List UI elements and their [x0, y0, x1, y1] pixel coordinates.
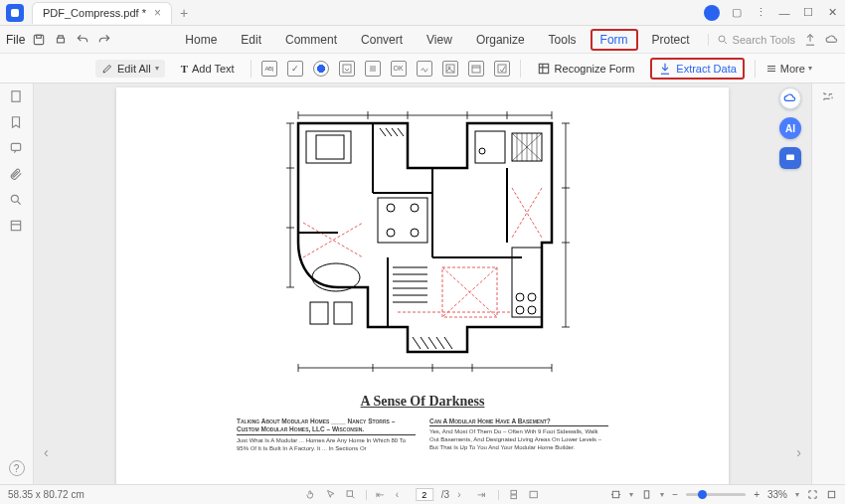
- button-field-icon[interactable]: OK: [391, 61, 407, 77]
- fields-panel-icon[interactable]: [9, 219, 25, 235]
- svg-point-18: [411, 204, 419, 212]
- more-button[interactable]: More ▾: [765, 63, 812, 75]
- ai-tool-icon[interactable]: AI: [779, 117, 801, 139]
- actual-size-icon[interactable]: [826, 489, 837, 500]
- edit-all-button[interactable]: Edit All ▾: [95, 60, 165, 78]
- attachments-icon[interactable]: [9, 167, 25, 183]
- svg-rect-24: [475, 131, 505, 163]
- date-field-icon[interactable]: [468, 61, 484, 77]
- svg-rect-38: [613, 491, 619, 497]
- menu-comment[interactable]: Comment: [275, 29, 347, 51]
- help-icon[interactable]: ?: [9, 460, 25, 476]
- window-maximize-icon[interactable]: ☐: [801, 6, 815, 20]
- redo-icon[interactable]: [96, 32, 112, 48]
- page-number-input[interactable]: [416, 488, 433, 501]
- svg-rect-1: [37, 35, 42, 38]
- chevron-down-icon[interactable]: ▾: [660, 490, 664, 499]
- chevron-down-icon[interactable]: ▾: [795, 490, 799, 499]
- new-tab-button[interactable]: +: [180, 5, 188, 21]
- digital-sign-icon[interactable]: [494, 61, 510, 77]
- svg-point-17: [387, 204, 395, 212]
- svg-rect-39: [645, 491, 650, 498]
- chat-tool-icon[interactable]: [779, 147, 801, 169]
- select-tool-icon[interactable]: [325, 489, 337, 501]
- menu-edit[interactable]: Edit: [231, 29, 271, 51]
- svg-rect-0: [35, 35, 44, 44]
- menu-form[interactable]: Form: [591, 29, 638, 51]
- share-icon[interactable]: [803, 33, 817, 47]
- svg-point-12: [11, 195, 18, 202]
- extract-icon: [658, 62, 672, 76]
- extract-data-button[interactable]: Extract Data: [650, 58, 745, 80]
- window-panel-icon[interactable]: ▢: [730, 6, 744, 20]
- svg-rect-36: [511, 494, 517, 498]
- search-panel-icon[interactable]: [9, 193, 25, 209]
- cloud-sync-icon[interactable]: [779, 87, 801, 109]
- next-page-icon[interactable]: ›: [457, 489, 469, 501]
- window-close-icon[interactable]: ✕: [825, 6, 839, 20]
- svg-point-28: [516, 293, 524, 301]
- combo-field-icon[interactable]: [339, 61, 355, 77]
- fit-page-icon[interactable]: [641, 489, 652, 500]
- comments-panel-icon[interactable]: [9, 141, 25, 157]
- menu-view[interactable]: View: [417, 29, 462, 51]
- column-right: Can A Modular Home Have A Basement? Yes,…: [429, 418, 608, 452]
- text-field-icon[interactable]: AB|: [261, 61, 277, 77]
- bookmarks-icon[interactable]: [9, 115, 25, 131]
- checkbox-field-icon[interactable]: ✓: [287, 61, 303, 77]
- floorplan-image: [258, 93, 587, 382]
- svg-rect-23: [334, 302, 352, 324]
- save-icon[interactable]: [31, 32, 47, 48]
- fit-width-icon[interactable]: [610, 489, 621, 500]
- account-avatar[interactable]: [704, 5, 720, 21]
- menu-organize[interactable]: Organize: [466, 29, 535, 51]
- image-field-icon[interactable]: [442, 61, 458, 77]
- recognize-form-label: Recognize Form: [555, 63, 635, 75]
- prev-page-arrow[interactable]: ‹: [44, 444, 49, 460]
- menu-home[interactable]: Home: [175, 29, 227, 51]
- col1-header: Talking About Modular Homes ____ Nancy S…: [237, 418, 416, 435]
- quick-access-toolbar: [31, 32, 112, 48]
- chevron-down-icon: ▾: [155, 64, 159, 73]
- page-dimensions: 58.35 x 80.72 cm: [8, 489, 84, 500]
- svg-point-20: [411, 229, 419, 237]
- properties-icon[interactable]: [821, 89, 837, 105]
- signature-field-icon[interactable]: [417, 61, 432, 77]
- zoom-percent: 33%: [767, 489, 787, 500]
- document-tab[interactable]: PDF_Compress.pdf * ×: [32, 2, 172, 24]
- zoom-out-icon[interactable]: −: [672, 489, 678, 500]
- last-page-icon[interactable]: ⇥: [477, 489, 489, 501]
- menu-protect[interactable]: Protect: [642, 29, 700, 51]
- cloud-icon[interactable]: [825, 33, 839, 47]
- radio-field-icon[interactable]: [313, 61, 329, 77]
- menu-convert[interactable]: Convert: [351, 29, 413, 51]
- page-content: A Sense Of Darkness Talking About Modula…: [116, 87, 729, 484]
- search-tools[interactable]: Search Tools: [708, 34, 795, 46]
- zoom-area-icon[interactable]: [345, 489, 357, 501]
- hand-tool-icon[interactable]: [305, 489, 317, 501]
- zoom-thumb[interactable]: [698, 490, 707, 499]
- zoom-in-icon[interactable]: +: [754, 489, 760, 500]
- window-minimize-icon[interactable]: —: [777, 6, 791, 20]
- add-text-button[interactable]: T Add Text: [175, 60, 241, 78]
- zoom-slider[interactable]: [686, 493, 746, 496]
- prev-page-icon[interactable]: ‹: [396, 489, 408, 501]
- read-mode-icon[interactable]: [528, 489, 540, 501]
- list-field-icon[interactable]: [365, 61, 381, 77]
- scroll-mode-icon[interactable]: [508, 489, 520, 501]
- chevron-down-icon[interactable]: ▾: [629, 490, 633, 499]
- document-canvas[interactable]: A Sense Of Darkness Talking About Modula…: [34, 84, 811, 484]
- window-menu-icon[interactable]: ⋮: [754, 6, 767, 20]
- file-menu[interactable]: File: [6, 33, 25, 47]
- thumbnails-icon[interactable]: [9, 89, 25, 105]
- svg-point-25: [479, 148, 485, 154]
- fullscreen-icon[interactable]: [807, 489, 818, 500]
- recognize-form-button[interactable]: Recognize Form: [531, 59, 641, 79]
- next-page-arrow[interactable]: ›: [796, 444, 801, 460]
- print-icon[interactable]: [53, 32, 69, 48]
- undo-icon[interactable]: [75, 32, 90, 48]
- first-page-icon[interactable]: ⇤: [376, 489, 388, 501]
- tab-close-icon[interactable]: ×: [154, 6, 161, 20]
- column-left: Talking About Modular Homes ____ Nancy S…: [237, 418, 416, 452]
- menu-tools[interactable]: Tools: [539, 29, 587, 51]
